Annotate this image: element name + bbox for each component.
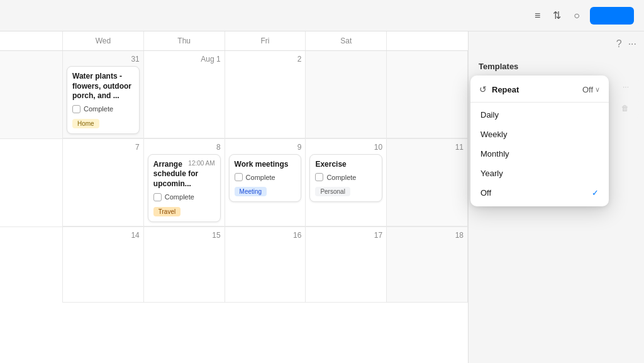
- repeat-dropdown: ↺ Repeat Off ∨ Daily Weekly Monthly Year…: [470, 75, 609, 206]
- date-11: 11: [391, 143, 464, 152]
- cal-cell-8: 8 12:00 AM Arrange schedule for upcomin.…: [144, 139, 225, 226]
- day-headers: Wed Thu Fri Sat: [0, 31, 468, 51]
- date-31: 31: [67, 55, 140, 64]
- repeat-label: Repeat: [492, 85, 577, 94]
- tag-home: Home: [72, 119, 99, 128]
- task-card-work-meetings[interactable]: Work meetings Complete Meeting: [229, 154, 302, 203]
- tag-travel: Travel: [153, 207, 180, 216]
- cal-cell-11: 11: [387, 139, 468, 226]
- checkbox-water[interactable]: [72, 105, 80, 113]
- repeat-icon: ↺: [479, 84, 487, 94]
- row-label-3: [0, 227, 63, 303]
- checkbox-exercise[interactable]: [315, 173, 323, 181]
- cal-cell-sat-partial: [306, 51, 387, 138]
- cal-cell-18: 18: [387, 227, 468, 303]
- day-header-wed: Wed: [63, 31, 144, 50]
- task-checkbox-row-arrange: Complete: [153, 193, 215, 201]
- cal-cell-9: 9 Work meetings Complete Meeting: [225, 139, 306, 226]
- row-label-2: [0, 139, 63, 226]
- task-checkbox-row-meetings: Complete: [235, 173, 296, 181]
- cal-cell-16: 16: [225, 227, 306, 303]
- day-header-empty: [0, 31, 63, 50]
- date-14: 14: [67, 231, 140, 240]
- day-header-sat: Sat: [306, 31, 387, 50]
- checkbox-label-meetings: Complete: [246, 174, 275, 181]
- current-value-text: Off: [582, 85, 593, 94]
- repeat-current-value[interactable]: Off ∨: [582, 85, 600, 94]
- dropdown-item-daily[interactable]: Daily: [470, 105, 609, 125]
- filter-icon[interactable]: ≡: [532, 8, 543, 24]
- task-card-exercise[interactable]: Exercise Complete Personal: [309, 154, 382, 203]
- dropdown-header: ↺ Repeat Off ∨: [470, 79, 609, 99]
- task-title-water: Water plants - flowers, outdoor porch, a…: [72, 72, 134, 101]
- calendar-row-3: 14 15 16 17 18: [0, 227, 468, 303]
- cal-cell-15: 15: [144, 227, 225, 303]
- cal-cell-2: 2: [225, 51, 306, 138]
- tag-personal: Personal: [315, 187, 350, 196]
- task-card-water-plants[interactable]: Water plants - flowers, outdoor porch, a…: [67, 66, 140, 134]
- cal-cell-aug1: Aug 1: [144, 51, 225, 138]
- date-7: 7: [67, 143, 140, 152]
- date-aug1: Aug 1: [148, 55, 221, 64]
- dropdown-item-monthly[interactable]: Monthly: [470, 144, 609, 164]
- calendar-area: Wed Thu Fri Sat 31 Water plants - flower…: [0, 31, 468, 363]
- date-8: 8: [148, 143, 221, 152]
- date-2: 2: [229, 55, 302, 64]
- checkbox-label-arrange: Complete: [165, 193, 194, 201]
- dropdown-item-weekly[interactable]: Weekly: [470, 125, 609, 144]
- chevron-icon: ∨: [595, 86, 600, 94]
- task-title-exercise: Exercise: [315, 160, 377, 170]
- calendar-row-1: 31 Water plants - flowers, outdoor porch…: [0, 51, 468, 139]
- search-icon[interactable]: ○: [571, 8, 582, 24]
- cal-cell-jul31: 31 Water plants - flowers, outdoor porch…: [63, 51, 144, 138]
- cal-cell-empty1: [387, 51, 468, 138]
- date-10: 10: [309, 143, 382, 152]
- day-header-fri: Fri: [225, 31, 306, 50]
- cal-cell-17: 17: [306, 227, 387, 303]
- checkbox-arrange[interactable]: [153, 193, 162, 201]
- task-time-arrange: 12:00 AM: [188, 160, 214, 167]
- checkbox-meetings[interactable]: [235, 173, 243, 181]
- task-checkbox-row-water: Complete: [72, 105, 134, 113]
- task-checkbox-row-exercise: Complete: [315, 173, 377, 181]
- dropdown-divider: [470, 102, 609, 103]
- cal-cell-14: 14: [63, 227, 144, 303]
- dropdown-item-yearly[interactable]: Yearly: [470, 164, 609, 183]
- toolbar: ≡ ⇅ ○: [0, 0, 644, 31]
- date-18: 18: [391, 231, 464, 240]
- date-17: 17: [309, 231, 382, 240]
- tag-meeting: Meeting: [235, 187, 267, 196]
- checkbox-label-exercise: Complete: [326, 174, 356, 181]
- sidebar-toolbar: ? ···: [469, 31, 644, 57]
- add-button[interactable]: [590, 7, 634, 25]
- calendar-row-2: 7 8 12:00 AM Arrange schedule for upcomi…: [0, 139, 468, 227]
- row-label-1: [0, 51, 63, 138]
- task-card-arrange[interactable]: 12:00 AM Arrange schedule for upcomin...…: [148, 154, 221, 222]
- sort-icon[interactable]: ⇅: [550, 7, 564, 24]
- help-icon[interactable]: ?: [616, 38, 622, 50]
- trash-icon-2[interactable]: 🗑: [621, 104, 629, 113]
- dropdown-item-off[interactable]: Off: [470, 183, 609, 203]
- more-icon-template-1[interactable]: ···: [623, 82, 629, 91]
- cal-cell-7: 7: [63, 139, 144, 226]
- date-9: 9: [229, 143, 302, 152]
- task-title-meetings: Work meetings: [235, 160, 296, 170]
- date-15: 15: [148, 231, 221, 240]
- checkbox-label-water: Complete: [84, 105, 113, 113]
- day-header-thu: Thu: [144, 31, 225, 50]
- templates-header: Templates: [469, 57, 644, 76]
- cal-cell-10: 10 Exercise Complete Personal: [306, 139, 387, 226]
- more-icon-sidebar[interactable]: ···: [628, 38, 636, 50]
- date-16: 16: [229, 231, 302, 240]
